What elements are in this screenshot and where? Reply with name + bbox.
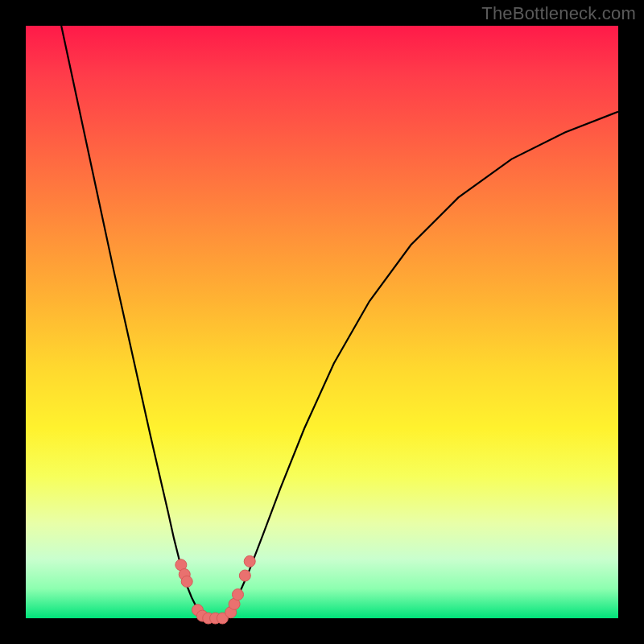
dot <box>232 589 243 601</box>
dot <box>244 555 255 567</box>
watermark-text: TheBottleneck.com <box>481 3 636 24</box>
dot <box>239 570 250 581</box>
dot <box>181 576 192 587</box>
curve-path <box>61 26 618 618</box>
bottleneck-curve <box>61 26 618 618</box>
plot-area <box>26 26 618 618</box>
highlight-dots <box>175 555 255 624</box>
chart-frame: TheBottleneck.com <box>0 0 644 644</box>
curve-layer <box>26 26 618 618</box>
